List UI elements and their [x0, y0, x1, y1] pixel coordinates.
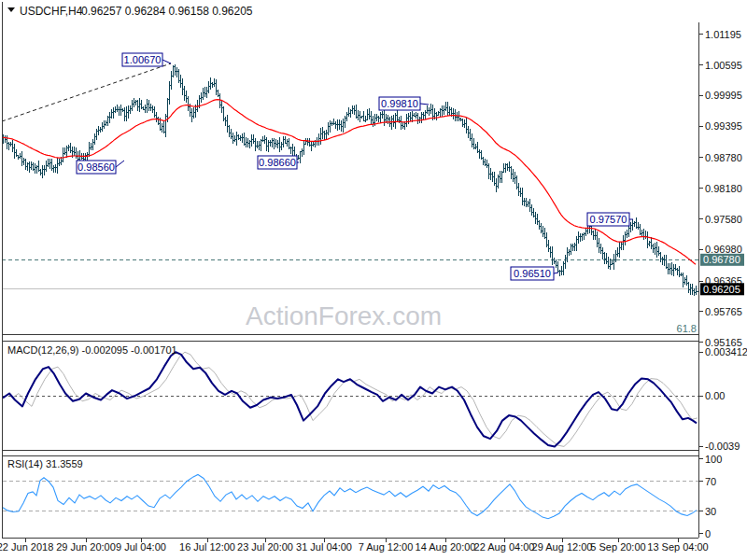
price-axis-label: 0.98180	[705, 183, 742, 194]
annotation-connector	[162, 60, 171, 63]
price-annotation-text: 0.96510	[514, 268, 551, 279]
time-axis-label: 31 Jul 04:00	[296, 541, 352, 553]
time-axis-label: 23 Jul 20:00	[237, 541, 293, 553]
annotation-connector	[420, 104, 429, 105]
boxed-axis-label: 0.96205	[703, 284, 740, 295]
time-axis-label: 5 Sep 20:00	[590, 541, 645, 553]
rsi-axis-label: 70	[705, 476, 716, 487]
price-annotation-text: 1.00670	[124, 54, 162, 65]
annotation-connector	[116, 161, 124, 167]
price-axis-label: 0.98780	[705, 152, 742, 163]
time-axis-label: 16 Jul 12:00	[179, 541, 235, 553]
time-axis-label: 14 Aug 20:00	[416, 541, 476, 553]
moving-average-line	[3, 100, 696, 265]
chart-dropdown-icon[interactable]	[7, 7, 15, 12]
boxed-axis-label: 0.96780	[703, 254, 740, 265]
series-layer[interactable]: 1.006700.985600.986600.998100.975700.965…	[2, 53, 699, 519]
macd-axis-label: 0.00	[705, 390, 725, 401]
price-axis-label: 1.01195	[705, 29, 741, 40]
rsi-axis-label: 30	[705, 506, 716, 517]
time-axis-label: 9 Jul 04:00	[116, 541, 166, 553]
watermark: ActionForex.com	[246, 301, 442, 330]
time-axis-label: 29 Jun 20:00	[56, 541, 116, 553]
price-annotation-text: 0.98660	[259, 157, 296, 168]
price-annotation-text: 0.97570	[590, 214, 627, 225]
macd-main-line	[3, 352, 697, 446]
ohlc-quote-values: 0.96257 0.96284 0.96158 0.96205	[81, 5, 253, 18]
trading-chart[interactable]: ActionForex.com 1.006700.985600.986600.9…	[0, 0, 747, 560]
macd-signal-line	[12, 352, 698, 446]
axis-layer: 1.011951.005950.999950.993950.987800.981…	[0, 29, 747, 553]
panel-borders	[2, 2, 699, 539]
rsi-axis-label: 100	[705, 454, 722, 465]
symbol-period-title: USDCHF,H4	[20, 5, 83, 18]
time-axis-label: 7 Aug 12:00	[359, 541, 414, 553]
macd-axis-label: 0.003412	[705, 346, 747, 357]
title-bar: USDCHF,H4 0.96257 0.96284 0.96158 0.9620…	[7, 5, 253, 18]
time-axis-label: 22 Jun 2018	[0, 541, 53, 553]
macd-indicator-label: MACD(12,26,9) -0.002095 -0.001701	[7, 344, 177, 356]
price-axis-label: 0.97580	[705, 214, 742, 225]
time-axis-label: 29 Aug 12:00	[532, 541, 593, 553]
ohlc-bars	[2, 64, 698, 296]
price-axis-label: 0.95765	[705, 306, 742, 317]
fib-level-label: 61.8	[677, 323, 697, 334]
price-annotation-text: 0.98560	[78, 161, 115, 173]
price-annotation-text: 0.99810	[381, 98, 418, 109]
chart-window: { "window": { "symbol_period": "USDCHF,H…	[0, 0, 747, 560]
price-axis-label: 1.00595	[705, 60, 742, 71]
time-axis-label: 13 Sep 04:00	[647, 541, 708, 553]
time-axis-label: 22 Aug 04:00	[474, 541, 535, 553]
macd-axis-label: -0.0039	[705, 441, 740, 452]
rsi-indicator-label: RSI(14) 31.3559	[7, 458, 83, 469]
price-axis-label: 0.99995	[705, 90, 742, 101]
rsi-axis-label: 0	[705, 528, 711, 539]
price-axis-label: 0.99395	[705, 120, 742, 132]
annotation-connector	[554, 273, 558, 273]
